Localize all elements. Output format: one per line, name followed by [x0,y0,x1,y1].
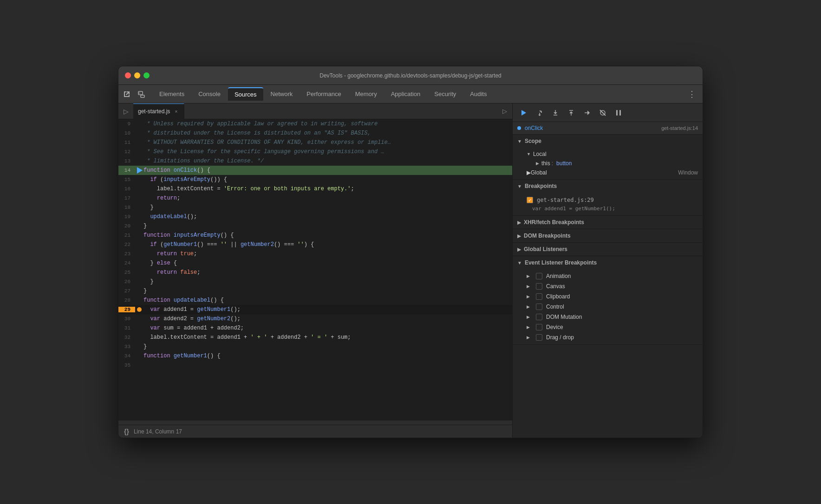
format-braces-icon[interactable]: {} [124,428,129,435]
scope-section-header[interactable]: ▼ Scope [513,135,703,148]
el-device-checkbox[interactable] [536,324,542,330]
resume-button[interactable] [517,106,530,119]
scope-global-row[interactable]: ▶ Global Window [522,168,703,177]
device-icon[interactable] [136,89,147,100]
line-number-16: 16 [118,186,135,192]
more-options-icon[interactable]: ⋮ [684,87,700,101]
el-canvas-label: Canvas [546,283,565,290]
main-layout: ▷ get-started.js × ▷ 9 * Unless required… [118,103,703,438]
global-listeners-header[interactable]: ▶ Global Listeners [513,243,703,256]
cursor-position: Line 14, Column 17 [134,428,182,435]
el-animation[interactable]: ▶ Animation [522,271,703,281]
breakpoint-item-29[interactable]: get-started.js:29 [522,194,703,206]
title-bar: DevTools - googlechrome.github.io/devtoo… [118,66,703,85]
file-tab-bar: ▷ get-started.js × ▷ [118,103,512,119]
svg-rect-11 [619,110,621,116]
code-text-30: var addend2 = getNumber2(); [143,316,241,322]
line-number-34: 34 [118,353,135,359]
code-text-33: } [143,343,147,350]
scope-global-value: Window [678,169,698,176]
line-number-33: 33 [118,344,135,349]
step-over-button[interactable] [533,106,546,119]
code-content: 9 * Unless required by applicable law or… [118,119,512,420]
inspect-icon[interactable] [121,89,132,100]
code-line-13: 13 * limitations under the License. */ [118,156,512,166]
el-clipboard-checkbox[interactable] [536,293,542,300]
right-panel: onClick get-started.js:14 ▼ Scope ▼ Loca… [512,103,703,438]
code-line-34: 34 function getNumber1() { [118,351,512,361]
dom-chevron: ▶ [517,233,521,239]
tab-console[interactable]: Console [192,88,227,100]
close-button[interactable] [125,72,131,78]
code-line-21: 21 function inputsAreEmpty() { [118,231,512,240]
code-line-17: 17 return; [118,194,512,203]
el-device[interactable]: ▶ Device [522,322,703,332]
line-number-28: 28 [118,297,135,303]
horizontal-scrollbar[interactable] [118,420,512,425]
line-number-15: 15 [118,177,135,182]
line-number-21: 21 [118,233,135,238]
el-drag-drop-checkbox[interactable] [536,334,542,341]
code-text-12: * See the License for the specific langu… [143,149,384,155]
tab-application[interactable]: Application [384,88,427,100]
step-out-button[interactable] [565,106,578,119]
step-button[interactable] [580,106,593,119]
xhr-breakpoints-header[interactable]: ▶ XHR/fetch Breakpoints [513,216,703,229]
el-dom-mutation[interactable]: ▶ DOM Mutation [522,312,703,322]
code-text-17: return; [143,195,180,201]
step-into-button[interactable] [549,106,562,119]
scope-local-header[interactable]: ▼ Local [522,149,703,159]
minimize-button[interactable] [134,72,140,78]
file-navigator-icon[interactable]: ▷ [118,108,133,115]
scope-local-label: Local [533,151,547,157]
pause-exceptions-button[interactable] [612,106,625,119]
el-canvas-checkbox[interactable] [536,283,542,290]
svg-rect-10 [616,110,618,116]
breakpoints-section-header[interactable]: ▼ Breakpoints [513,180,703,193]
svg-marker-3 [521,110,526,116]
file-tab-bar-end-icon[interactable]: ▷ [497,108,512,115]
el-control-checkbox[interactable] [536,304,542,310]
tab-elements[interactable]: Elements [153,88,191,100]
code-line-35: 35 [118,361,512,370]
callstack-item-onclick[interactable]: onClick get-started.js:14 [513,122,703,135]
el-drag-drop[interactable]: ▶ Drag / drop [522,332,703,342]
scope-this-item[interactable]: ▶ this : button [531,159,703,168]
file-tab-close-button[interactable]: × [173,108,179,115]
dom-breakpoints-header[interactable]: ▶ DOM Breakpoints [513,229,703,242]
xhr-breakpoints-title: XHR/fetch Breakpoints [524,219,584,226]
el-clipboard[interactable]: ▶ Clipboard [522,291,703,302]
deactivate-breakpoints-button[interactable] [596,106,609,119]
el-control-arrow: ▶ [527,304,530,309]
tab-security[interactable]: Security [428,88,463,100]
breakpoints-title: Breakpoints [525,183,557,189]
event-listener-breakpoints-header[interactable]: ▼ Event Listener Breakpoints [513,256,703,269]
breakpoint-checkbox-29[interactable] [527,197,533,203]
scope-this-value: button [556,160,572,167]
el-dom-mutation-checkbox[interactable] [536,314,542,320]
code-line-10: 10 * distributed under the License is di… [118,129,512,138]
traffic-lights [125,72,150,78]
code-text-24: } else { [143,260,177,266]
el-control[interactable]: ▶ Control [522,302,703,312]
el-drag-drop-arrow: ▶ [527,335,530,340]
scope-section: ▼ Scope ▼ Local ▶ this [513,135,703,180]
el-canvas[interactable]: ▶ Canvas [522,281,703,291]
tab-sources[interactable]: Sources [228,87,263,101]
tab-audits[interactable]: Audits [463,88,493,100]
tab-memory[interactable]: Memory [349,88,384,100]
el-animation-arrow: ▶ [527,274,530,278]
scope-this-key: this [541,160,550,167]
el-control-label: Control [546,304,564,310]
this-expand-arrow: ▶ [536,161,539,166]
el-device-label: Device [546,324,563,330]
el-animation-checkbox[interactable] [536,273,542,279]
el-dom-mutation-arrow: ▶ [527,315,530,319]
tab-performance[interactable]: Performance [300,88,347,100]
maximize-button[interactable] [143,72,150,78]
tab-network[interactable]: Network [264,88,300,100]
debug-toolbar [513,103,703,122]
code-text-18: } [143,204,154,211]
bp-marker-29 [135,307,143,312]
file-tab-get-started[interactable]: get-started.js × [133,103,184,119]
